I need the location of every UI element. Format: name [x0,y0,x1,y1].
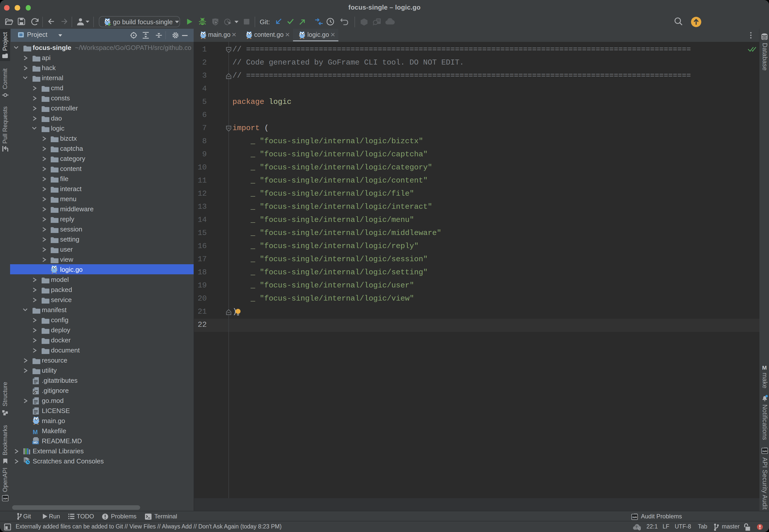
svg-text:?: ? [635,524,637,529]
svg-text:/API: /API [632,516,637,518]
svg-text:/API: /API [3,497,7,500]
svg-text:MD: MD [33,441,38,444]
svg-text:/API: /API [762,450,767,452]
